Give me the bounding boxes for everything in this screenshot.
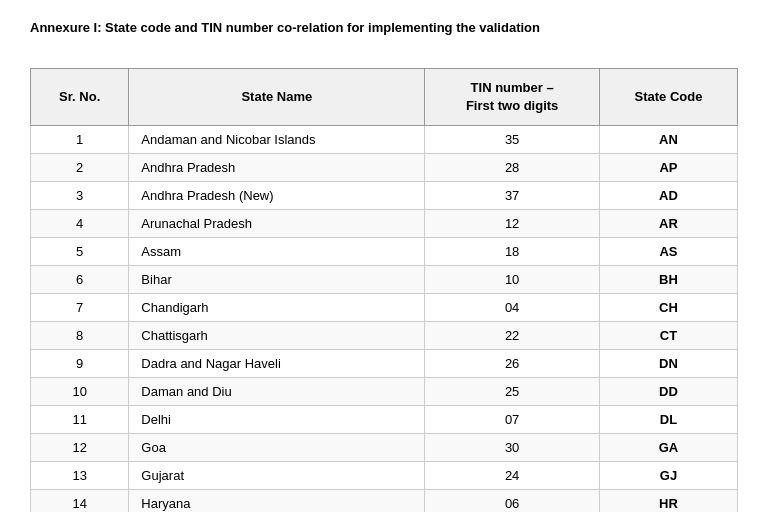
cell-tin: 35 bbox=[425, 126, 600, 154]
cell-tin: 26 bbox=[425, 350, 600, 378]
cell-tin: 18 bbox=[425, 238, 600, 266]
table-header-row: Sr. No. State Name TIN number –First two… bbox=[31, 69, 738, 126]
cell-code: HR bbox=[599, 490, 737, 512]
cell-state: Delhi bbox=[129, 406, 425, 434]
table-row: 10Daman and Diu25DD bbox=[31, 378, 738, 406]
cell-code: CT bbox=[599, 322, 737, 350]
cell-state: Gujarat bbox=[129, 462, 425, 490]
cell-srno: 11 bbox=[31, 406, 129, 434]
cell-code: AN bbox=[599, 126, 737, 154]
cell-code: DL bbox=[599, 406, 737, 434]
cell-code: AR bbox=[599, 210, 737, 238]
cell-state: Andaman and Nicobar Islands bbox=[129, 126, 425, 154]
table-row: 6Bihar10BH bbox=[31, 266, 738, 294]
table-row: 2Andhra Pradesh28AP bbox=[31, 154, 738, 182]
cell-state: Arunachal Pradesh bbox=[129, 210, 425, 238]
cell-srno: 9 bbox=[31, 350, 129, 378]
table-row: 12Goa30GA bbox=[31, 434, 738, 462]
cell-state: Goa bbox=[129, 434, 425, 462]
cell-tin: 37 bbox=[425, 182, 600, 210]
cell-srno: 5 bbox=[31, 238, 129, 266]
table-row: 1Andaman and Nicobar Islands35AN bbox=[31, 126, 738, 154]
cell-srno: 3 bbox=[31, 182, 129, 210]
cell-state: Andhra Pradesh (New) bbox=[129, 182, 425, 210]
table-row: 5Assam18AS bbox=[31, 238, 738, 266]
cell-srno: 8 bbox=[31, 322, 129, 350]
cell-state: Assam bbox=[129, 238, 425, 266]
table-row: 13Gujarat24GJ bbox=[31, 462, 738, 490]
col-header-code: State Code bbox=[599, 69, 737, 126]
cell-code: AS bbox=[599, 238, 737, 266]
cell-code: CH bbox=[599, 294, 737, 322]
state-code-table: Sr. No. State Name TIN number –First two… bbox=[30, 68, 738, 512]
col-header-srno: Sr. No. bbox=[31, 69, 129, 126]
cell-state: Chattisgarh bbox=[129, 322, 425, 350]
cell-srno: 14 bbox=[31, 490, 129, 512]
cell-srno: 13 bbox=[31, 462, 129, 490]
cell-srno: 7 bbox=[31, 294, 129, 322]
cell-tin: 07 bbox=[425, 406, 600, 434]
cell-state: Haryana bbox=[129, 490, 425, 512]
cell-tin: 28 bbox=[425, 154, 600, 182]
cell-tin: 22 bbox=[425, 322, 600, 350]
cell-srno: 4 bbox=[31, 210, 129, 238]
cell-srno: 10 bbox=[31, 378, 129, 406]
cell-state: Daman and Diu bbox=[129, 378, 425, 406]
cell-state: Bihar bbox=[129, 266, 425, 294]
table-row: 7Chandigarh04CH bbox=[31, 294, 738, 322]
cell-tin: 30 bbox=[425, 434, 600, 462]
cell-code: AD bbox=[599, 182, 737, 210]
table-row: 8Chattisgarh22CT bbox=[31, 322, 738, 350]
cell-code: AP bbox=[599, 154, 737, 182]
cell-tin: 04 bbox=[425, 294, 600, 322]
cell-state: Chandigarh bbox=[129, 294, 425, 322]
cell-code: DD bbox=[599, 378, 737, 406]
cell-tin: 25 bbox=[425, 378, 600, 406]
cell-tin: 12 bbox=[425, 210, 600, 238]
cell-code: DN bbox=[599, 350, 737, 378]
cell-srno: 1 bbox=[31, 126, 129, 154]
cell-tin: 24 bbox=[425, 462, 600, 490]
page-title: Annexure I: State code and TIN number co… bbox=[30, 20, 738, 35]
cell-code: GA bbox=[599, 434, 737, 462]
table-row: 3Andhra Pradesh (New)37AD bbox=[31, 182, 738, 210]
cell-tin: 10 bbox=[425, 266, 600, 294]
cell-srno: 6 bbox=[31, 266, 129, 294]
cell-code: BH bbox=[599, 266, 737, 294]
cell-srno: 2 bbox=[31, 154, 129, 182]
cell-srno: 12 bbox=[31, 434, 129, 462]
cell-state: Andhra Pradesh bbox=[129, 154, 425, 182]
cell-state: Dadra and Nagar Haveli bbox=[129, 350, 425, 378]
cell-tin: 06 bbox=[425, 490, 600, 512]
cell-code: GJ bbox=[599, 462, 737, 490]
col-header-state: State Name bbox=[129, 69, 425, 126]
table-row: 9Dadra and Nagar Haveli26DN bbox=[31, 350, 738, 378]
table-row: 11Delhi07DL bbox=[31, 406, 738, 434]
table-row: 4Arunachal Pradesh12AR bbox=[31, 210, 738, 238]
col-header-tin: TIN number –First two digits bbox=[425, 69, 600, 126]
table-row: 14Haryana06HR bbox=[31, 490, 738, 512]
